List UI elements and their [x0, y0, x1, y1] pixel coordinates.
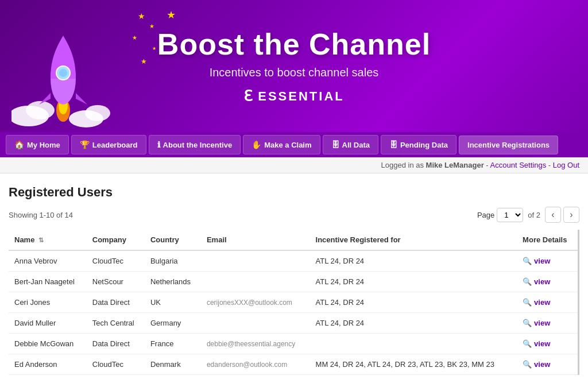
home-icon: 🏠 [14, 140, 24, 149]
cell-view[interactable]: 🔍 view [517, 334, 578, 354]
header-row: Name ⇅ Company Country Email Incentive R… [9, 230, 578, 250]
cell-company: CloudTec [87, 250, 145, 272]
table-row: Debbie McGowan Data Direct France debbie… [9, 334, 578, 354]
cell-view[interactable]: 🔍 view [517, 313, 578, 334]
cell-company: NetScour [87, 272, 145, 292]
email-cell: debbie@theessential.agency [207, 340, 295, 348]
email-cell: edanderson@outlook.com [207, 361, 287, 369]
search-icon: 🔍 [523, 319, 532, 327]
col-more-details: More Details [517, 230, 578, 250]
search-icon: 🔍 [523, 257, 532, 265]
cell-company: Tech Central [87, 313, 145, 334]
nav-all-data[interactable]: 🗄 All Data [323, 135, 378, 154]
cell-company: Data Direct [87, 292, 145, 313]
cell-name: Ed Anderson [9, 354, 87, 375]
star-decoration: ★ [141, 57, 147, 65]
nav-claim-label: Make a Claim [264, 141, 311, 149]
email-cell: cerijonesXXX@outlook.com [207, 299, 292, 307]
view-link[interactable]: 🔍 view [523, 277, 572, 286]
view-link[interactable]: 🔍 view [523, 257, 572, 265]
nav-my-home[interactable]: 🏠 My Home [6, 135, 69, 154]
col-company: Company [87, 230, 145, 250]
table-body: Anna Vebrov CloudTec Bulgaria ATL 24, DR… [9, 250, 578, 375]
cell-name: David Muller [9, 313, 87, 334]
view-link[interactable]: 🔍 view [523, 339, 572, 348]
cell-country: Germany [145, 313, 201, 334]
database-icon: 🗄 [331, 140, 339, 149]
view-label: view [534, 360, 550, 369]
cell-name: Debbie McGowan [9, 334, 87, 354]
star-decoration: ★ [167, 9, 176, 21]
page-label: Page [477, 211, 494, 219]
nav-incentive-registrations[interactable]: Incentive Registrations [459, 136, 558, 154]
cell-email [201, 272, 310, 292]
cell-email [201, 313, 310, 334]
pagination-controls: Page 1 2 of 2 ‹ › [477, 207, 579, 223]
header-text: Boost the Channel Incentives to boost ch… [157, 27, 431, 105]
cell-company: CloudTec [87, 354, 145, 375]
info-icon: ℹ [157, 140, 160, 149]
nav-bar: 🏠 My Home 🏆 Leaderboard ℹ About the Ince… [0, 132, 588, 157]
cell-incentive: MM 24, DR 24, ATL 24, DR 23, ATL 23, BK … [310, 354, 517, 375]
cell-view[interactable]: 🔍 view [517, 354, 578, 375]
nav-leaderboard[interactable]: 🏆 Leaderboard [71, 135, 146, 154]
search-icon: 🔍 [523, 360, 532, 369]
view-label: view [534, 257, 550, 265]
star-decoration: ★ [138, 11, 145, 21]
nav-registrations-label: Incentive Registrations [467, 141, 550, 149]
nav-all-data-label: All Data [342, 141, 370, 149]
svg-point-8 [59, 69, 67, 77]
table-row: Bert-Jan Naagetel NetScour Netherlands A… [9, 272, 578, 292]
cell-country: Netherlands [145, 272, 201, 292]
cell-email: debbie@theessential.agency [201, 334, 310, 354]
cell-email: edanderson@outlook.com [201, 354, 310, 375]
header-brand: Ɛ ESSENTIAL [157, 87, 431, 105]
svg-point-3 [85, 105, 110, 121]
cell-incentive: ATL 24, DR 24 [310, 313, 517, 334]
separator1: - [486, 161, 490, 169]
col-name-label: Name [14, 235, 34, 244]
account-settings-link[interactable]: Account Settings [490, 161, 547, 169]
table-header: Name ⇅ Company Country Email Incentive R… [9, 230, 578, 250]
cell-view[interactable]: 🔍 view [517, 250, 578, 272]
logged-in-text: Logged in as [381, 161, 426, 169]
cell-name: Bert-Jan Naagetel [9, 272, 87, 292]
nav-my-home-label: My Home [27, 141, 60, 149]
table-row: Ed Anderson CloudTec Denmark edanderson@… [9, 354, 578, 375]
pagination-bar: Showing 1-10 of 14 Page 1 2 of 2 ‹ › [9, 207, 579, 223]
user-bar: Logged in as Mike LeManager - Account Se… [0, 157, 588, 173]
view-label: view [534, 339, 550, 348]
nav-pending-data[interactable]: 🗄 Pending Data [381, 135, 457, 154]
view-link[interactable]: 🔍 view [523, 360, 572, 369]
view-link[interactable]: 🔍 view [523, 298, 572, 307]
cell-incentive [310, 334, 517, 354]
cell-email [201, 250, 310, 272]
separator2: - [548, 161, 553, 169]
page-select[interactable]: 1 2 [497, 208, 523, 222]
view-link[interactable]: 🔍 view [523, 319, 572, 327]
next-page-button[interactable]: › [563, 207, 579, 223]
cell-view[interactable]: 🔍 view [517, 292, 578, 313]
nav-pending-label: Pending Data [400, 141, 448, 149]
cell-company: Data Direct [87, 334, 145, 354]
cell-name: Ceri Jones [9, 292, 87, 313]
nav-about-label: About the Incentive [163, 141, 233, 149]
nav-make-a-claim[interactable]: ✋ Make a Claim [243, 135, 320, 154]
sort-icon: ⇅ [38, 237, 44, 244]
table-wrapper: Name ⇅ Company Country Email Incentive R… [9, 230, 579, 375]
header-subtitle: Incentives to boost channel sales [157, 66, 431, 79]
brand-name: ESSENTIAL [258, 89, 344, 104]
brand-icon: Ɛ [243, 87, 254, 105]
prev-page-button[interactable]: ‹ [545, 207, 561, 223]
logout-link[interactable]: Log Out [553, 161, 579, 169]
header-banner: ★ ★ ★ ★ ★ ★ Boost the [0, 0, 588, 132]
cell-view[interactable]: 🔍 view [517, 272, 578, 292]
star-decoration: ★ [132, 34, 137, 41]
view-label: view [534, 319, 550, 327]
col-incentive: Incentive Registered for [310, 230, 517, 250]
col-name[interactable]: Name ⇅ [9, 230, 87, 250]
nav-about-incentive[interactable]: ℹ About the Incentive [149, 135, 241, 154]
search-icon: 🔍 [523, 277, 532, 286]
cell-country: France [145, 334, 201, 354]
view-label: view [534, 298, 550, 307]
